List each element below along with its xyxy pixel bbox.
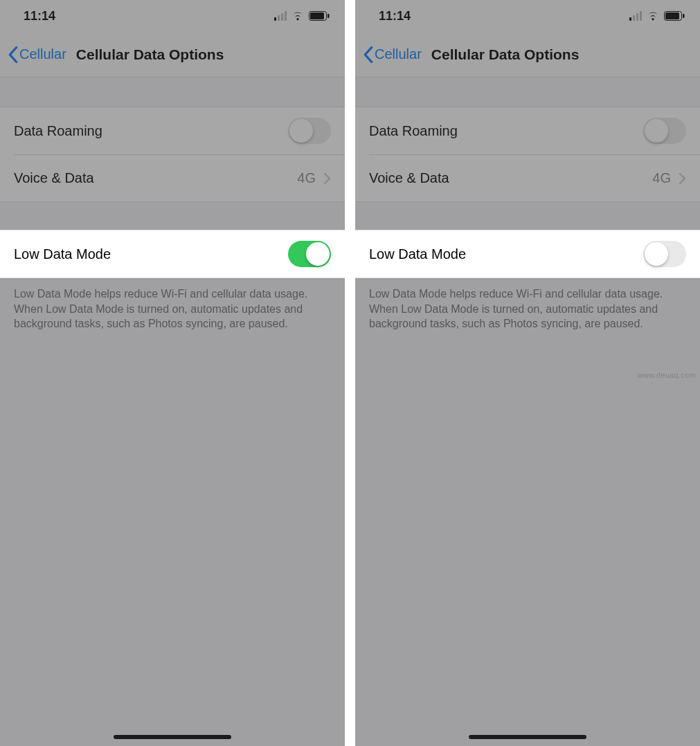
low-data-mode-toggle[interactable] — [288, 241, 331, 267]
chevron-left-icon — [8, 46, 18, 63]
data-roaming-toggle[interactable] — [643, 118, 686, 144]
wifi-icon — [291, 11, 305, 21]
svg-rect-1 — [310, 12, 324, 19]
voice-data-row[interactable]: Voice & Data 4G — [14, 154, 345, 201]
back-button[interactable]: Cellular — [8, 46, 66, 63]
battery-icon — [664, 11, 685, 21]
back-label: Cellular — [19, 46, 66, 62]
page-title: Cellular Data Options — [431, 46, 580, 63]
svg-rect-2 — [327, 14, 330, 18]
watermark: www.deuaq.com — [637, 371, 696, 379]
cellular-signal-icon — [274, 11, 287, 21]
svg-rect-5 — [683, 14, 685, 18]
status-bar: 11:14 — [0, 0, 345, 32]
nav-bar: Cellular Cellular Data Options — [0, 32, 345, 78]
low-data-mode-label: Low Data Mode — [14, 246, 111, 262]
data-roaming-label: Data Roaming — [14, 123, 102, 139]
low-data-mode-label: Low Data Mode — [369, 246, 466, 262]
back-label: Cellular — [375, 46, 422, 62]
cellular-signal-icon — [629, 11, 642, 21]
wifi-icon — [646, 11, 660, 21]
status-time: 11:14 — [379, 9, 411, 24]
data-roaming-row[interactable]: Data Roaming — [355, 107, 700, 154]
low-data-mode-toggle[interactable] — [643, 241, 686, 267]
voice-data-label: Voice & Data — [369, 170, 449, 186]
voice-data-value: 4G — [652, 170, 671, 186]
footer-text: Low Data Mode helps reduce Wi-Fi and cel… — [0, 278, 345, 340]
status-time: 11:14 — [24, 9, 55, 24]
screen-left: 11:14 Cellular Cellular Data Options Dat… — [0, 0, 345, 746]
chevron-left-icon — [364, 46, 373, 63]
svg-rect-4 — [665, 12, 679, 19]
footer-text: Low Data Mode helps reduce Wi-Fi and cel… — [355, 278, 700, 340]
status-indicators — [274, 11, 330, 21]
settings-group-1: Data Roaming Voice & Data 4G — [0, 107, 345, 202]
low-data-mode-row[interactable]: Low Data Mode — [355, 230, 700, 278]
low-data-mode-group: Low Data Mode — [0, 230, 345, 278]
low-data-mode-row[interactable]: Low Data Mode — [0, 230, 345, 278]
home-indicator[interactable] — [469, 735, 586, 739]
data-roaming-label: Data Roaming — [369, 123, 458, 139]
chevron-right-icon — [324, 173, 331, 184]
nav-bar: Cellular Cellular Data Options — [355, 32, 700, 78]
voice-data-value: 4G — [297, 170, 316, 186]
back-button[interactable]: Cellular — [364, 46, 422, 63]
settings-group-1: Data Roaming Voice & Data 4G — [355, 107, 700, 202]
status-indicators — [629, 11, 685, 21]
home-indicator[interactable] — [114, 735, 231, 739]
low-data-mode-group: Low Data Mode — [355, 230, 700, 278]
data-roaming-row[interactable]: Data Roaming — [0, 107, 345, 154]
data-roaming-toggle[interactable] — [288, 118, 331, 144]
page-title: Cellular Data Options — [76, 46, 224, 63]
voice-data-row[interactable]: Voice & Data 4G — [369, 154, 700, 201]
chevron-right-icon — [679, 173, 686, 184]
battery-icon — [309, 11, 330, 21]
status-bar: 11:14 — [355, 0, 700, 32]
voice-data-label: Voice & Data — [14, 170, 94, 186]
